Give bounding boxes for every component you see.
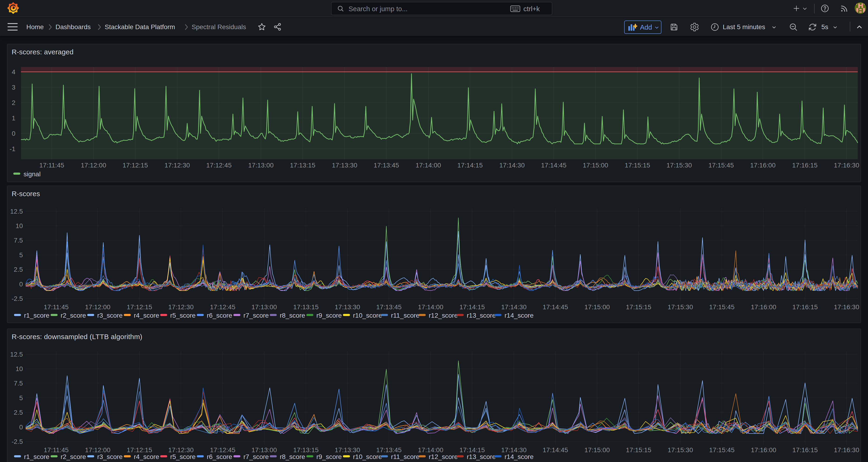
svg-text:17:16:30: 17:16:30: [834, 303, 859, 311]
svg-text:17:12:45: 17:12:45: [206, 162, 232, 169]
svg-text:17:13:30: 17:13:30: [332, 162, 358, 169]
svg-text:r4_score: r4_score: [134, 453, 159, 460]
svg-text:r5_score: r5_score: [170, 453, 196, 460]
svg-text:r14_score: r14_score: [504, 453, 534, 460]
svg-text:17:15:00: 17:15:00: [583, 162, 608, 169]
svg-text:17:11:45: 17:11:45: [39, 162, 64, 169]
svg-text:17:16:30: 17:16:30: [834, 446, 859, 454]
svg-text:17:14:30: 17:14:30: [501, 303, 527, 311]
svg-text:-1: -1: [9, 145, 16, 153]
svg-text:r3_score: r3_score: [97, 453, 123, 460]
svg-text:r13_score: r13_score: [467, 453, 496, 460]
svg-text:17:16:00: 17:16:00: [751, 446, 776, 454]
svg-text:12.5: 12.5: [10, 208, 23, 215]
svg-text:17:16:00: 17:16:00: [750, 162, 776, 169]
svg-text:-2.5: -2.5: [12, 438, 23, 445]
svg-text:17:14:30: 17:14:30: [501, 446, 527, 454]
svg-text:17:15:15: 17:15:15: [626, 303, 651, 311]
svg-text:r10_score: r10_score: [353, 453, 382, 460]
svg-text:r9_score: r9_score: [316, 312, 342, 319]
svg-text:2: 2: [12, 99, 16, 106]
svg-text:17:12:30: 17:12:30: [164, 162, 190, 169]
svg-text:17:14:15: 17:14:15: [460, 303, 485, 311]
svg-text:1: 1: [12, 115, 16, 122]
svg-text:-2.5: -2.5: [12, 295, 23, 302]
svg-text:17:14:15: 17:14:15: [458, 162, 483, 169]
svg-text:r2_score: r2_score: [61, 453, 86, 460]
svg-text:17:13:00: 17:13:00: [252, 446, 277, 454]
svg-text:r13_score: r13_score: [467, 312, 496, 319]
svg-text:r7_score: r7_score: [243, 312, 269, 319]
svg-text:5: 5: [19, 251, 23, 259]
svg-text:r9_score: r9_score: [316, 453, 342, 460]
svg-text:17:13:15: 17:13:15: [290, 162, 315, 169]
svg-text:17:12:45: 17:12:45: [210, 303, 236, 311]
svg-text:17:14:15: 17:14:15: [460, 446, 485, 454]
svg-text:17:12:00: 17:12:00: [85, 446, 111, 454]
svg-text:17:15:30: 17:15:30: [668, 446, 693, 454]
svg-text:17:12:30: 17:12:30: [168, 446, 194, 454]
svg-text:3: 3: [12, 84, 16, 91]
svg-text:r8_score: r8_score: [280, 453, 305, 460]
svg-text:17:15:45: 17:15:45: [709, 446, 735, 454]
svg-text:0: 0: [19, 281, 23, 288]
svg-text:r2_score: r2_score: [61, 312, 86, 319]
svg-text:r8_score: r8_score: [280, 312, 305, 319]
svg-text:17:16:15: 17:16:15: [792, 162, 818, 169]
svg-text:r5_score: r5_score: [170, 312, 196, 319]
svg-text:17:12:00: 17:12:00: [81, 162, 106, 169]
svg-text:17:15:45: 17:15:45: [709, 162, 734, 169]
svg-text:r12_score: r12_score: [429, 453, 458, 460]
svg-text:7.5: 7.5: [14, 237, 23, 244]
svg-text:17:14:00: 17:14:00: [418, 446, 443, 454]
svg-text:r6_score: r6_score: [207, 312, 232, 319]
svg-text:17:11:45: 17:11:45: [44, 303, 69, 311]
svg-text:17:13:30: 17:13:30: [335, 303, 360, 311]
svg-text:17:14:45: 17:14:45: [543, 446, 568, 454]
svg-text:r6_score: r6_score: [207, 453, 232, 460]
svg-text:17:12:00: 17:12:00: [85, 303, 111, 311]
svg-text:17:13:45: 17:13:45: [374, 162, 399, 169]
svg-text:17:12:30: 17:12:30: [168, 303, 194, 311]
svg-text:17:13:30: 17:13:30: [335, 446, 360, 454]
svg-text:12.5: 12.5: [10, 351, 23, 358]
svg-text:2.5: 2.5: [14, 409, 23, 416]
svg-text:17:11:45: 17:11:45: [44, 446, 69, 454]
svg-text:17:14:00: 17:14:00: [418, 303, 443, 311]
svg-text:17:15:15: 17:15:15: [625, 162, 650, 169]
svg-text:r11_score: r11_score: [391, 312, 420, 319]
svg-text:10: 10: [16, 222, 23, 229]
svg-text:17:13:15: 17:13:15: [293, 446, 319, 454]
svg-text:17:15:00: 17:15:00: [585, 446, 610, 454]
svg-text:17:12:15: 17:12:15: [127, 303, 152, 311]
svg-text:17:13:15: 17:13:15: [293, 303, 319, 311]
svg-text:17:14:00: 17:14:00: [416, 162, 441, 169]
svg-text:17:14:45: 17:14:45: [543, 303, 568, 311]
svg-text:17:15:30: 17:15:30: [666, 162, 692, 169]
svg-text:r3_score: r3_score: [97, 312, 123, 319]
svg-text:17:16:30: 17:16:30: [834, 162, 859, 169]
svg-text:17:12:45: 17:12:45: [210, 446, 236, 454]
svg-text:17:13:00: 17:13:00: [252, 303, 277, 311]
svg-text:r10_score: r10_score: [353, 312, 382, 319]
svg-text:17:12:15: 17:12:15: [127, 446, 152, 454]
svg-text:r11_score: r11_score: [391, 453, 420, 460]
svg-text:17:12:15: 17:12:15: [123, 162, 148, 169]
svg-text:17:13:00: 17:13:00: [248, 162, 274, 169]
svg-text:4: 4: [12, 68, 16, 75]
svg-text:7.5: 7.5: [14, 380, 23, 387]
svg-text:17:15:00: 17:15:00: [585, 303, 610, 311]
svg-text:0: 0: [19, 424, 23, 431]
svg-text:r7_score: r7_score: [243, 453, 269, 460]
svg-text:signal: signal: [24, 171, 40, 178]
svg-text:5: 5: [19, 394, 23, 402]
svg-text:17:14:30: 17:14:30: [499, 162, 525, 169]
svg-text:17:15:45: 17:15:45: [709, 303, 735, 311]
svg-text:r1_score: r1_score: [24, 312, 50, 319]
svg-text:10: 10: [16, 365, 23, 372]
svg-text:17:15:15: 17:15:15: [626, 446, 651, 454]
svg-text:17:13:45: 17:13:45: [376, 303, 402, 311]
svg-text:2.5: 2.5: [14, 266, 23, 273]
svg-text:17:14:45: 17:14:45: [541, 162, 566, 169]
svg-text:r14_score: r14_score: [504, 312, 534, 319]
